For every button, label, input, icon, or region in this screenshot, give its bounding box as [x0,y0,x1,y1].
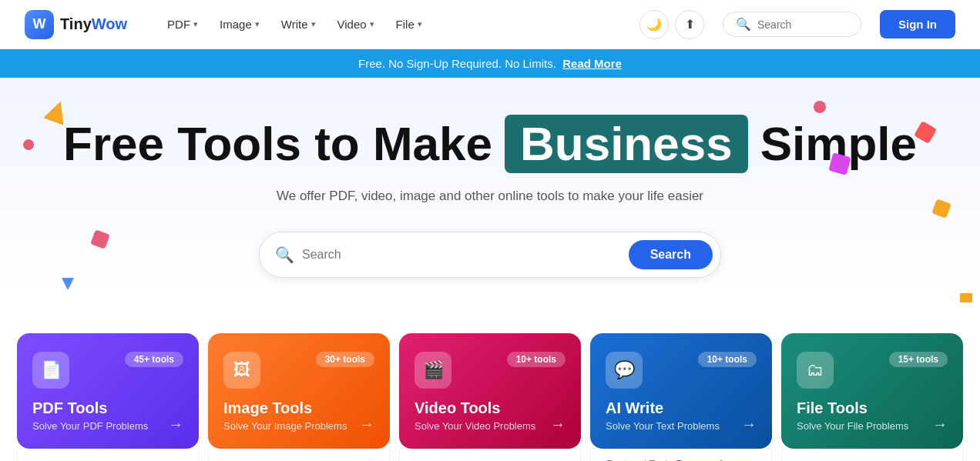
featured-row: Featured Tool : PDF Creator Featured Too… [0,449,980,461]
hero-highlight: Business [505,115,748,173]
featured-ai: Featured Tool : Paragraph Writer [590,449,772,461]
ai-icon: 💬 [606,352,643,389]
sign-in-button[interactable]: Sign In [880,10,955,38]
promo-banner: Free. No Sign-Up Required. No Limits. Re… [0,49,980,78]
hero-search-box: 🔍 Search [259,232,721,278]
deco-square-orange [960,293,972,302]
nav-item-write[interactable]: Write ▾ [272,12,325,37]
nav-icons: 🌙 ⬆ [639,10,704,39]
nav-item-file[interactable]: File ▾ [387,12,431,37]
tool-card-image[interactable]: 🖼 30+ tools Image Tools Solve Your Image… [208,333,390,449]
card-top-image: 🖼 30+ tools [223,352,374,389]
dark-mode-toggle[interactable]: 🌙 [639,10,669,39]
pdf-icon: 📄 [32,352,69,389]
image-card-arrow: → [359,416,374,433]
file-icon: 🗂 [797,352,834,389]
ai-badge: 10+ tools [698,352,757,367]
deco-rect-pink [90,229,110,249]
card-top-file: 🗂 15+ tools [797,352,948,389]
hero-search-button[interactable]: Search [629,240,713,269]
featured-ai-link[interactable]: Paragraph Writer [676,458,756,461]
chevron-down-icon: ▾ [255,19,260,29]
pdf-card-arrow: → [168,416,183,433]
nav-item-video[interactable]: Video ▾ [328,12,384,37]
pdf-badge: 45+ tools [125,352,183,367]
nav-item-image[interactable]: Image ▾ [210,12,269,37]
nav-links: PDF ▾ Image ▾ Write ▾ Video ▾ File ▾ [158,12,621,37]
file-card-title: File Tools [797,399,948,417]
video-card-arrow: → [550,416,566,433]
logo[interactable]: W TinyWow [25,10,127,39]
deco-triangle-blue [62,278,74,290]
ai-card-arrow: → [741,416,757,433]
search-icon: 🔍 [736,17,751,32]
tool-card-ai[interactable]: 💬 10+ tools AI Write Solve Your Text Pro… [590,333,772,449]
tool-card-video[interactable]: 🎬 10+ tools Video Tools Solve Your Video… [399,333,581,449]
file-card-arrow: → [932,416,948,433]
video-badge: 10+ tools [507,352,566,367]
chevron-down-icon: ▾ [311,19,316,29]
chevron-down-icon: ▾ [370,19,374,29]
nav-search-input[interactable] [757,18,848,31]
banner-link[interactable]: Read More [562,57,622,70]
banner-text: Free. No Sign-Up Required. No Limits. [358,57,556,70]
video-icon: 🎬 [414,352,451,389]
featured-pdf: Featured Tool : PDF Creator [17,449,199,461]
featured-image: Featured Tool : Remove BG [208,449,390,461]
logo-icon: W [25,10,54,39]
card-top-video: 🎬 10+ tools [414,352,566,389]
tool-cards-row: 📄 45+ tools PDF Tools Solve Your PDF Pro… [0,333,980,449]
deco-circle-pink2 [814,101,826,113]
video-card-title: Video Tools [414,399,566,417]
hero-title: Free Tools to Make Business Simple [25,115,955,173]
image-card-desc: Solve Your Image Problems [223,420,374,432]
video-card-desc: Solve Your Video Problems [414,420,566,432]
featured-ai-label: Featured Tool : [606,458,672,461]
nav-item-pdf[interactable]: PDF ▾ [158,12,207,37]
file-card-desc: Solve Your File Problems [797,420,948,432]
nav-search-box[interactable]: 🔍 [723,12,861,37]
hero-subtitle: We offer PDF, video, image and other onl… [25,189,955,204]
featured-video: Featured Tool : Mute Video [399,449,581,461]
tool-card-pdf[interactable]: 📄 45+ tools PDF Tools Solve Your PDF Pro… [17,333,199,449]
share-button[interactable]: ⬆ [675,10,704,39]
card-top-ai: 💬 10+ tools [606,352,757,389]
image-badge: 30+ tools [316,352,374,367]
ai-card-desc: Solve Your Text Problems [606,420,757,432]
pdf-card-desc: Solve Your PDF Problems [32,420,183,432]
card-top-pdf: 📄 45+ tools [32,352,183,389]
logo-text: TinyWow [60,15,127,33]
chevron-down-icon: ▾ [418,19,422,29]
chevron-down-icon: ▾ [193,19,198,29]
navbar: W TinyWow PDF ▾ Image ▾ Write ▾ Video ▾ … [0,0,980,49]
hero-search-input[interactable] [302,248,629,262]
featured-file: Featured Tool : Split Excel [781,449,963,461]
image-icon: 🖼 [223,352,260,389]
pdf-card-title: PDF Tools [32,399,183,417]
tool-card-file[interactable]: 🗂 15+ tools File Tools Solve Your File P… [781,333,963,449]
hero-section: Free Tools to Make Business Simple We of… [0,78,980,302]
ai-card-title: AI Write [606,399,757,417]
image-card-title: Image Tools [223,399,374,417]
search-icon: 🔍 [275,246,294,264]
file-badge: 15+ tools [889,352,948,367]
